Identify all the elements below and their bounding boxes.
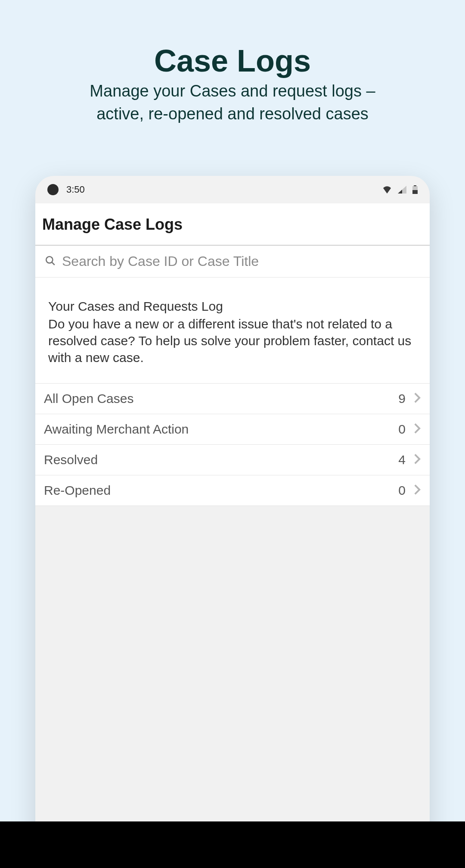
- svg-point-3: [46, 256, 53, 263]
- case-row-count: 0: [398, 483, 406, 498]
- phone-mockup: 3:50 Manage Case Logs: [35, 176, 430, 868]
- case-row-label: All Open Cases: [44, 391, 133, 406]
- chevron-right-icon: [413, 453, 421, 466]
- chevron-right-icon: [413, 423, 421, 436]
- info-title: Your Cases and Requests Log: [48, 299, 417, 314]
- case-row-label: Awaiting Merchant Action: [44, 422, 189, 437]
- case-row-label: Resolved: [44, 453, 98, 467]
- status-time: 3:50: [66, 184, 85, 195]
- battery-icon: [412, 185, 418, 194]
- svg-rect-0: [414, 185, 416, 186]
- app-header: Manage Case Logs: [35, 203, 430, 246]
- camera-dot-icon: [47, 184, 59, 195]
- chevron-right-icon: [413, 392, 421, 405]
- case-row-count: 0: [398, 422, 406, 437]
- case-row-label: Re-Opened: [44, 483, 111, 498]
- status-bar-right: [382, 185, 418, 194]
- bottom-bar: [0, 821, 465, 868]
- case-row-count: 4: [398, 453, 406, 467]
- case-row-resolved[interactable]: Resolved 4: [35, 445, 430, 475]
- empty-area: [35, 506, 430, 868]
- info-body: Do you have a new or a different issue t…: [48, 315, 417, 366]
- svg-line-4: [52, 262, 55, 265]
- search-icon: [45, 255, 56, 268]
- case-row-reopened[interactable]: Re-Opened 0: [35, 475, 430, 506]
- promo-page: Case Logs Manage your Cases and request …: [0, 0, 465, 868]
- wifi-icon: [382, 186, 392, 194]
- case-list: All Open Cases 9 Awaiting Merchant Actio…: [35, 384, 430, 506]
- cellular-icon: [398, 186, 406, 194]
- case-row-awaiting-merchant[interactable]: Awaiting Merchant Action 0: [35, 414, 430, 445]
- svg-rect-2: [412, 190, 418, 194]
- page-title: Manage Case Logs: [42, 215, 423, 234]
- status-bar: 3:50: [35, 176, 430, 203]
- case-row-all-open[interactable]: All Open Cases 9: [35, 384, 430, 414]
- chevron-right-icon: [413, 484, 421, 497]
- promo-title: Case Logs: [0, 43, 465, 78]
- search-input[interactable]: [62, 253, 420, 269]
- promo-subtitle: Manage your Cases and request logs – act…: [0, 80, 465, 125]
- info-block: Your Cases and Requests Log Do you have …: [35, 278, 430, 384]
- search-row[interactable]: [35, 246, 430, 278]
- status-bar-left: 3:50: [47, 184, 85, 195]
- case-row-count: 9: [398, 391, 406, 406]
